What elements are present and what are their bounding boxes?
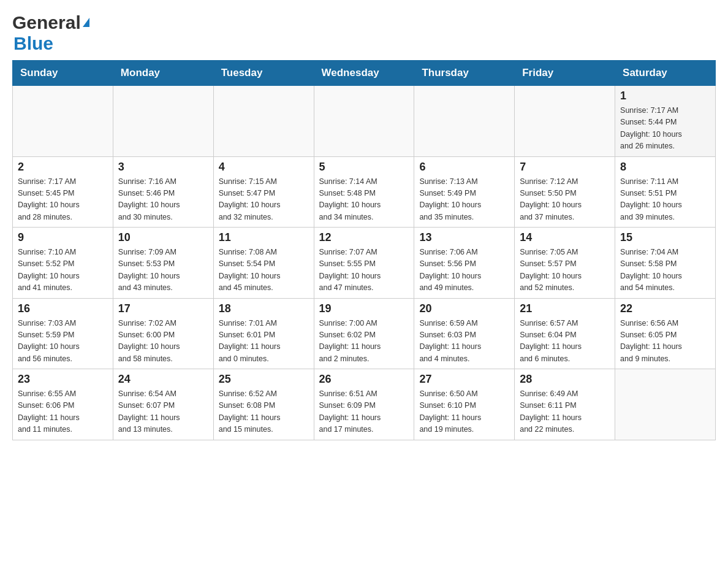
day-number: 22 <box>620 302 710 315</box>
day-number: 25 <box>219 373 309 386</box>
day-info: Sunrise: 7:08 AM Sunset: 5:54 PM Dayligh… <box>219 247 309 294</box>
weekday-header-sunday: Sunday <box>13 61 113 86</box>
day-info: Sunrise: 7:13 AM Sunset: 5:49 PM Dayligh… <box>419 176 509 224</box>
day-number: 27 <box>419 373 509 386</box>
calendar-cell: 19Sunrise: 7:00 AM Sunset: 6:02 PM Dayli… <box>314 298 414 369</box>
day-number: 10 <box>118 231 208 244</box>
day-info: Sunrise: 6:57 AM Sunset: 6:04 PM Dayligh… <box>520 318 610 366</box>
calendar-table: SundayMondayTuesdayWednesdayThursdayFrid… <box>12 60 716 440</box>
calendar-week-row: 1Sunrise: 7:17 AM Sunset: 5:44 PM Daylig… <box>13 86 716 157</box>
weekday-header-thursday: Thursday <box>414 61 515 86</box>
calendar-cell <box>13 86 113 157</box>
logo-triangle-icon <box>83 18 89 27</box>
day-info: Sunrise: 6:50 AM Sunset: 6:10 PM Dayligh… <box>419 388 509 436</box>
day-info: Sunrise: 6:49 AM Sunset: 6:11 PM Dayligh… <box>520 388 610 436</box>
day-number: 8 <box>620 161 710 174</box>
calendar-cell: 11Sunrise: 7:08 AM Sunset: 5:54 PM Dayli… <box>213 228 314 299</box>
weekday-header-friday: Friday <box>515 61 615 86</box>
calendar-cell: 1Sunrise: 7:17 AM Sunset: 5:44 PM Daylig… <box>615 86 716 157</box>
calendar-cell: 18Sunrise: 7:01 AM Sunset: 6:01 PM Dayli… <box>213 298 314 369</box>
day-info: Sunrise: 7:10 AM Sunset: 5:52 PM Dayligh… <box>18 247 108 294</box>
day-info: Sunrise: 6:52 AM Sunset: 6:08 PM Dayligh… <box>219 388 309 436</box>
day-info: Sunrise: 6:55 AM Sunset: 6:06 PM Dayligh… <box>18 388 108 436</box>
day-info: Sunrise: 7:12 AM Sunset: 5:50 PM Dayligh… <box>520 176 610 224</box>
calendar-cell <box>515 86 615 157</box>
day-info: Sunrise: 7:00 AM Sunset: 6:02 PM Dayligh… <box>319 318 409 366</box>
day-number: 7 <box>520 161 610 174</box>
day-info: Sunrise: 7:05 AM Sunset: 5:57 PM Dayligh… <box>520 247 610 294</box>
calendar-cell <box>213 86 314 157</box>
day-info: Sunrise: 7:09 AM Sunset: 5:53 PM Dayligh… <box>118 247 208 294</box>
day-number: 23 <box>18 373 108 386</box>
calendar-cell: 6Sunrise: 7:13 AM Sunset: 5:49 PM Daylig… <box>414 156 515 228</box>
weekday-header-saturday: Saturday <box>615 61 716 86</box>
calendar-cell: 28Sunrise: 6:49 AM Sunset: 6:11 PM Dayli… <box>515 369 615 440</box>
calendar-cell: 25Sunrise: 6:52 AM Sunset: 6:08 PM Dayli… <box>213 369 314 440</box>
day-number: 17 <box>118 302 208 315</box>
day-info: Sunrise: 7:07 AM Sunset: 5:55 PM Dayligh… <box>319 247 409 294</box>
weekday-header-tuesday: Tuesday <box>213 61 314 86</box>
day-info: Sunrise: 6:56 AM Sunset: 6:05 PM Dayligh… <box>620 318 710 366</box>
calendar-cell <box>414 86 515 157</box>
day-info: Sunrise: 6:54 AM Sunset: 6:07 PM Dayligh… <box>118 388 208 436</box>
calendar-cell: 9Sunrise: 7:10 AM Sunset: 5:52 PM Daylig… <box>13 228 113 299</box>
day-number: 26 <box>319 373 409 386</box>
calendar-cell: 14Sunrise: 7:05 AM Sunset: 5:57 PM Dayli… <box>515 228 615 299</box>
calendar-week-row: 2Sunrise: 7:17 AM Sunset: 5:45 PM Daylig… <box>13 156 716 228</box>
day-info: Sunrise: 7:04 AM Sunset: 5:58 PM Dayligh… <box>620 247 710 294</box>
calendar-cell: 4Sunrise: 7:15 AM Sunset: 5:47 PM Daylig… <box>213 156 314 228</box>
calendar-cell: 8Sunrise: 7:11 AM Sunset: 5:51 PM Daylig… <box>615 156 716 228</box>
day-info: Sunrise: 7:17 AM Sunset: 5:45 PM Dayligh… <box>18 176 108 224</box>
day-info: Sunrise: 7:14 AM Sunset: 5:48 PM Dayligh… <box>319 176 409 224</box>
day-number: 20 <box>419 302 509 315</box>
calendar-cell <box>113 86 213 157</box>
calendar-cell: 27Sunrise: 6:50 AM Sunset: 6:10 PM Dayli… <box>414 369 515 440</box>
logo: GeneralBlue <box>12 12 89 54</box>
calendar-cell: 5Sunrise: 7:14 AM Sunset: 5:48 PM Daylig… <box>314 156 414 228</box>
weekday-header-wednesday: Wednesday <box>314 61 414 86</box>
day-info: Sunrise: 7:01 AM Sunset: 6:01 PM Dayligh… <box>219 318 309 366</box>
logo-blue-text: Blue <box>13 33 53 53</box>
day-info: Sunrise: 7:16 AM Sunset: 5:46 PM Dayligh… <box>118 176 208 224</box>
day-number: 5 <box>319 161 409 174</box>
calendar-cell: 16Sunrise: 7:03 AM Sunset: 5:59 PM Dayli… <box>13 298 113 369</box>
page-header: GeneralBlue <box>12 12 716 54</box>
calendar-cell: 15Sunrise: 7:04 AM Sunset: 5:58 PM Dayli… <box>615 228 716 299</box>
day-info: Sunrise: 7:06 AM Sunset: 5:56 PM Dayligh… <box>419 247 509 294</box>
calendar-cell: 13Sunrise: 7:06 AM Sunset: 5:56 PM Dayli… <box>414 228 515 299</box>
day-number: 12 <box>319 231 409 244</box>
calendar-week-row: 23Sunrise: 6:55 AM Sunset: 6:06 PM Dayli… <box>13 369 716 440</box>
day-info: Sunrise: 7:17 AM Sunset: 5:44 PM Dayligh… <box>620 105 710 153</box>
day-number: 2 <box>18 161 108 174</box>
day-number: 11 <box>219 231 309 244</box>
day-number: 14 <box>520 231 610 244</box>
day-info: Sunrise: 6:59 AM Sunset: 6:03 PM Dayligh… <box>419 318 509 366</box>
day-number: 19 <box>319 302 409 315</box>
calendar-week-row: 9Sunrise: 7:10 AM Sunset: 5:52 PM Daylig… <box>13 228 716 299</box>
day-number: 15 <box>620 231 710 244</box>
day-number: 24 <box>118 373 208 386</box>
day-info: Sunrise: 7:02 AM Sunset: 6:00 PM Dayligh… <box>118 318 208 366</box>
calendar-cell: 26Sunrise: 6:51 AM Sunset: 6:09 PM Dayli… <box>314 369 414 440</box>
calendar-cell: 3Sunrise: 7:16 AM Sunset: 5:46 PM Daylig… <box>113 156 213 228</box>
day-number: 28 <box>520 373 610 386</box>
day-number: 3 <box>118 161 208 174</box>
calendar-cell: 20Sunrise: 6:59 AM Sunset: 6:03 PM Dayli… <box>414 298 515 369</box>
calendar-cell: 24Sunrise: 6:54 AM Sunset: 6:07 PM Dayli… <box>113 369 213 440</box>
logo-general-text: General <box>12 12 81 33</box>
day-info: Sunrise: 7:15 AM Sunset: 5:47 PM Dayligh… <box>219 176 309 224</box>
calendar-cell <box>314 86 414 157</box>
day-number: 18 <box>219 302 309 315</box>
day-number: 21 <box>520 302 610 315</box>
weekday-header-monday: Monday <box>113 61 213 86</box>
day-info: Sunrise: 6:51 AM Sunset: 6:09 PM Dayligh… <box>319 388 409 436</box>
day-number: 6 <box>419 161 509 174</box>
calendar-body: 1Sunrise: 7:17 AM Sunset: 5:44 PM Daylig… <box>13 86 716 440</box>
calendar-cell: 22Sunrise: 6:56 AM Sunset: 6:05 PM Dayli… <box>615 298 716 369</box>
day-number: 13 <box>419 231 509 244</box>
calendar-cell: 12Sunrise: 7:07 AM Sunset: 5:55 PM Dayli… <box>314 228 414 299</box>
calendar-week-row: 16Sunrise: 7:03 AM Sunset: 5:59 PM Dayli… <box>13 298 716 369</box>
day-info: Sunrise: 7:11 AM Sunset: 5:51 PM Dayligh… <box>620 176 710 224</box>
calendar-cell: 23Sunrise: 6:55 AM Sunset: 6:06 PM Dayli… <box>13 369 113 440</box>
day-number: 4 <box>219 161 309 174</box>
